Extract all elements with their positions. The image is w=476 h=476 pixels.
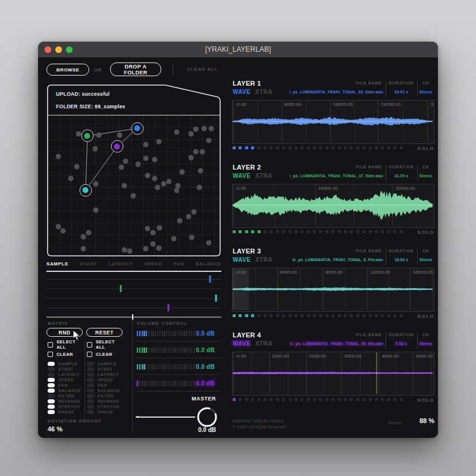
matrix-toggle-pan[interactable]: PAN bbox=[87, 383, 107, 388]
sample-dot[interactable] bbox=[60, 228, 65, 233]
resize-control[interactable]: Resize bbox=[389, 421, 401, 425]
browse-button[interactable]: BROWSE bbox=[46, 64, 89, 76]
sample-dot[interactable] bbox=[193, 149, 198, 154]
sample-dot[interactable] bbox=[198, 168, 203, 174]
matrix-toggle-stretch[interactable]: STRETCH bbox=[87, 404, 120, 409]
toggle-pill[interactable] bbox=[87, 367, 94, 371]
sample-dot[interactable] bbox=[118, 164, 124, 170]
drop-folder-button[interactable]: DROP A FOLDER bbox=[110, 62, 161, 76]
solo-button[interactable]: SOLO bbox=[417, 146, 434, 151]
waveform-display[interactable]: -0.004000.008000.0012000.0016000.00 bbox=[232, 268, 434, 312]
slider-marker[interactable] bbox=[215, 295, 217, 302]
matrix-toggle-speed[interactable]: SPEED bbox=[87, 377, 113, 383]
toggle-pill[interactable] bbox=[48, 367, 55, 371]
tab-start[interactable]: START bbox=[80, 261, 97, 267]
sample-dot[interactable] bbox=[202, 126, 207, 131]
select-all-row[interactable]: SELECT ALL bbox=[48, 341, 86, 348]
sample-dot[interactable] bbox=[152, 176, 157, 181]
toggle-pill[interactable] bbox=[48, 383, 55, 387]
parameter-slider-row[interactable] bbox=[46, 303, 221, 312]
sample-dot[interactable] bbox=[145, 226, 151, 231]
sample-dot[interactable] bbox=[177, 218, 183, 224]
node-blue[interactable] bbox=[131, 122, 143, 134]
tab-wave[interactable]: WAVE bbox=[233, 340, 250, 347]
select-all-checkbox[interactable] bbox=[87, 342, 92, 347]
sample-dot[interactable] bbox=[86, 230, 91, 235]
node-purple[interactable] bbox=[111, 140, 123, 153]
solo-button[interactable]: SOLO bbox=[417, 397, 434, 403]
node-green[interactable] bbox=[81, 130, 93, 142]
matrix-toggle-phase[interactable]: PHASE bbox=[48, 409, 74, 415]
tab-speed[interactable]: SPEED bbox=[144, 261, 162, 267]
solo-button[interactable]: SOLO bbox=[417, 230, 434, 235]
toggle-pill[interactable] bbox=[87, 399, 94, 403]
toggle-pill[interactable] bbox=[87, 378, 94, 382]
toggle-pill[interactable] bbox=[87, 362, 94, 366]
sample-dot[interactable] bbox=[189, 234, 194, 240]
toggle-pill[interactable] bbox=[48, 410, 55, 414]
sample-dot[interactable] bbox=[156, 225, 162, 230]
toggle-pill[interactable] bbox=[87, 405, 94, 409]
sample-dot[interactable] bbox=[193, 126, 198, 131]
toggle-pill[interactable] bbox=[48, 372, 55, 377]
toggle-pill[interactable] bbox=[87, 389, 94, 393]
sample-dot[interactable] bbox=[76, 131, 82, 137]
sample-dot[interactable] bbox=[123, 158, 128, 164]
sample-dot[interactable] bbox=[171, 236, 177, 241]
matrix-toggle-reverse[interactable]: REVERSE bbox=[48, 399, 80, 404]
waveform-display[interactable]: -0.001000.002000.003000.004000.005000.00 bbox=[232, 352, 434, 396]
sample-dot[interactable] bbox=[96, 132, 102, 137]
sample-dot[interactable] bbox=[93, 208, 99, 213]
sample-dot[interactable] bbox=[74, 164, 80, 169]
sample-dot[interactable] bbox=[93, 181, 99, 187]
sample-dot[interactable] bbox=[209, 126, 214, 131]
matrix-toggle-stretch[interactable]: STRETCH bbox=[48, 404, 80, 409]
sample-dot[interactable] bbox=[174, 129, 180, 134]
master-slider[interactable] bbox=[136, 416, 195, 418]
sample-dot[interactable] bbox=[156, 246, 161, 251]
node-teal[interactable] bbox=[79, 184, 92, 196]
sample-dot[interactable] bbox=[206, 138, 212, 143]
sample-dot[interactable] bbox=[150, 242, 155, 247]
toggle-pill[interactable] bbox=[48, 389, 55, 393]
sample-dot[interactable] bbox=[167, 179, 172, 184]
sample-dot[interactable] bbox=[127, 249, 132, 254]
matrix-toggle-sample[interactable]: SAMPLE bbox=[87, 361, 117, 367]
sample-dot[interactable] bbox=[197, 185, 202, 190]
sample-dot[interactable] bbox=[81, 234, 86, 239]
parameter-slider-row[interactable] bbox=[46, 275, 221, 283]
sample-dot[interactable] bbox=[174, 187, 180, 193]
sample-dot[interactable] bbox=[68, 176, 74, 181]
parameter-slider-row[interactable] bbox=[46, 294, 221, 302]
sample-dot[interactable] bbox=[191, 209, 196, 215]
matrix-toggle-latency[interactable]: LATENCY bbox=[48, 372, 80, 377]
toggle-pill[interactable] bbox=[48, 399, 55, 403]
sample-dot[interactable] bbox=[55, 154, 61, 159]
tab-balance[interactable]: BALANCE bbox=[196, 261, 221, 267]
sample-dot[interactable] bbox=[206, 240, 212, 246]
toggle-pill[interactable] bbox=[87, 372, 94, 377]
toggle-pill[interactable] bbox=[48, 378, 55, 382]
tab-wave[interactable]: WAVE bbox=[233, 173, 250, 179]
solo-button[interactable]: SOLO bbox=[417, 314, 434, 319]
matrix-toggle-filter[interactable]: FILTER bbox=[87, 393, 114, 399]
tab-wave[interactable]: WAVE bbox=[233, 256, 250, 263]
sample-dot[interactable] bbox=[143, 246, 149, 252]
sample-dot[interactable] bbox=[81, 246, 86, 252]
matrix-toggle-balance[interactable]: BALANCE bbox=[87, 388, 120, 393]
slider-marker[interactable] bbox=[209, 275, 211, 283]
sample-dot[interactable] bbox=[145, 173, 151, 178]
tab-latency[interactable]: LATENCY bbox=[108, 261, 133, 267]
tab-wave[interactable]: WAVE bbox=[233, 89, 250, 95]
slider-marker[interactable] bbox=[120, 285, 121, 292]
select-all-checkbox[interactable] bbox=[48, 342, 53, 347]
sample-dot[interactable] bbox=[136, 161, 141, 167]
sample-scatter-plot[interactable] bbox=[48, 115, 220, 256]
titlebar[interactable]: [YRAKI_LAYERLAB] bbox=[38, 42, 438, 58]
sample-dot[interactable] bbox=[55, 224, 61, 229]
clear-checkbox[interactable] bbox=[87, 352, 92, 357]
toggle-pill[interactable] bbox=[48, 394, 55, 398]
matrix-toggle-latency[interactable]: LATENCY bbox=[87, 372, 119, 377]
sample-dot[interactable] bbox=[121, 183, 127, 189]
clear-row[interactable]: CLEAR bbox=[87, 350, 112, 358]
